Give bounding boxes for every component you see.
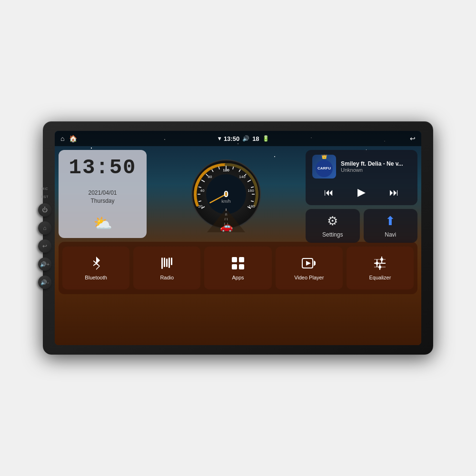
svg-rect-37 xyxy=(164,258,165,267)
settings-label: Settings xyxy=(322,231,343,238)
settings-icon: ⚙ xyxy=(327,214,338,228)
svg-marker-46 xyxy=(314,260,316,266)
music-header: 👑 CARFU Smiley ft. Delia - Ne v... Unkno… xyxy=(312,155,411,178)
app-bluetooth[interactable]: Bluetooth xyxy=(62,247,129,289)
back-icon[interactable]: ↩ xyxy=(410,135,416,142)
app-equalizer[interactable]: Equalizer xyxy=(347,247,414,289)
power-button[interactable]: ⏻ xyxy=(38,203,51,217)
apps-icon xyxy=(230,256,246,271)
car-head-unit: MIC RST ⏻ ⌂ ↩ 🔊+ 🔊- ⌂ 🏠 xyxy=(43,121,433,355)
speedometer-inner: 20 40 80 100 120 140 160 180 xyxy=(150,150,302,238)
svg-rect-39 xyxy=(169,258,170,268)
volume-icon: 🔊 xyxy=(242,135,249,142)
status-app-icon: 🏠 xyxy=(69,135,77,142)
svg-rect-44 xyxy=(239,264,244,269)
bluetooth-icon xyxy=(89,256,104,271)
quick-buttons-row: ⚙ Settings ⬆ Navi xyxy=(306,209,417,243)
status-home-icon[interactable]: ⌂ xyxy=(60,135,64,142)
play-button[interactable]: ▶ xyxy=(354,184,369,200)
music-title: Smiley ft. Delia - Ne v... xyxy=(341,160,411,167)
status-center: ▾ 13:50 🔊 18 🔋 xyxy=(218,135,269,142)
music-artist: Unknown xyxy=(341,167,411,173)
vol-up-button[interactable]: 🔊+ xyxy=(38,258,51,271)
screen-bezel: ⌂ 🏠 ▾ 13:50 🔊 18 🔋 ↩ xyxy=(55,131,421,345)
home-side-button[interactable]: ⌂ xyxy=(38,221,51,235)
clock-time: 13:50 xyxy=(66,156,139,179)
music-controls: ⏮ ▶ ⏭ xyxy=(312,184,411,200)
svg-text:🚗: 🚗 xyxy=(220,220,233,232)
volume-level: 18 xyxy=(252,135,259,142)
car-road-visual: 🚗 xyxy=(198,208,255,236)
svg-rect-38 xyxy=(166,258,168,267)
mic-label: MIC xyxy=(41,187,48,190)
status-right: ↩ xyxy=(410,135,416,142)
apps-row: Bluetooth Radio xyxy=(59,242,417,294)
apps-label: Apps xyxy=(232,275,244,280)
navi-label: Navi xyxy=(385,231,396,238)
bluetooth-label: Bluetooth xyxy=(85,275,107,280)
svg-text:120: 120 xyxy=(223,168,229,172)
widgets-row: 13:50 2021/04/01 Thursday ⛅ xyxy=(59,150,417,238)
album-text: CARFU xyxy=(317,167,331,171)
music-widget: 👑 CARFU Smiley ft. Delia - Ne v... Unkno… xyxy=(306,150,417,205)
next-button[interactable]: ⏭ xyxy=(386,185,403,200)
prev-button[interactable]: ⏮ xyxy=(320,185,337,200)
settings-button[interactable]: ⚙ Settings xyxy=(306,209,360,243)
right-column: 👑 CARFU Smiley ft. Delia - Ne v... Unkno… xyxy=(306,150,417,238)
vol-down-button[interactable]: 🔊- xyxy=(38,276,51,289)
clock-widget: 13:50 2021/04/01 Thursday ⛅ xyxy=(59,150,147,238)
video-player-label: Video Player xyxy=(294,275,324,280)
svg-rect-43 xyxy=(232,264,237,269)
svg-text:80: 80 xyxy=(208,175,212,179)
status-left: ⌂ 🏠 xyxy=(60,135,77,142)
battery-icon: 🔋 xyxy=(262,135,269,142)
speedometer-widget: 20 40 80 100 120 140 160 180 xyxy=(150,150,302,238)
svg-text:140: 140 xyxy=(239,175,246,179)
screen: ⌂ 🏠 ▾ 13:50 🔊 18 🔋 ↩ xyxy=(55,131,421,345)
side-buttons: MIC RST ⏻ ⌂ ↩ 🔊+ 🔊- xyxy=(38,187,51,289)
main-content: 13:50 2021/04/01 Thursday ⛅ xyxy=(55,146,421,345)
radio-label: Radio xyxy=(160,275,174,280)
svg-rect-41 xyxy=(232,257,237,262)
wifi-icon: ▾ xyxy=(218,135,221,142)
music-info: Smiley ft. Delia - Ne v... Unknown xyxy=(341,160,411,173)
svg-text:km/h: km/h xyxy=(221,199,231,204)
svg-rect-36 xyxy=(161,258,163,269)
music-album-art: 👑 CARFU xyxy=(312,155,336,178)
status-bar: ⌂ 🏠 ▾ 13:50 🔊 18 🔋 ↩ xyxy=(55,131,421,146)
svg-rect-42 xyxy=(239,257,244,262)
equalizer-label: Equalizer xyxy=(369,275,391,280)
navi-icon: ⬆ xyxy=(385,214,396,228)
equalizer-icon xyxy=(372,256,387,271)
app-video-player[interactable]: Video Player xyxy=(276,247,343,289)
status-time: 13:50 xyxy=(224,135,239,142)
svg-text:160: 160 xyxy=(248,188,254,193)
app-radio[interactable]: Radio xyxy=(133,247,200,289)
rst-label: RST xyxy=(41,195,49,198)
radio-icon xyxy=(159,256,175,271)
weather-icon: ⛅ xyxy=(66,214,139,232)
svg-rect-40 xyxy=(171,258,172,265)
clock-date: 2021/04/01 Thursday xyxy=(66,189,139,205)
svg-text:20: 20 xyxy=(198,204,203,208)
video-player-icon xyxy=(301,256,317,271)
navi-button[interactable]: ⬆ Navi xyxy=(364,209,418,243)
svg-text:40: 40 xyxy=(200,188,205,193)
svg-marker-47 xyxy=(306,261,311,266)
back-side-button[interactable]: ↩ xyxy=(38,239,51,253)
app-apps[interactable]: Apps xyxy=(204,247,271,289)
svg-text:0: 0 xyxy=(224,189,228,199)
svg-text:180: 180 xyxy=(248,204,255,208)
